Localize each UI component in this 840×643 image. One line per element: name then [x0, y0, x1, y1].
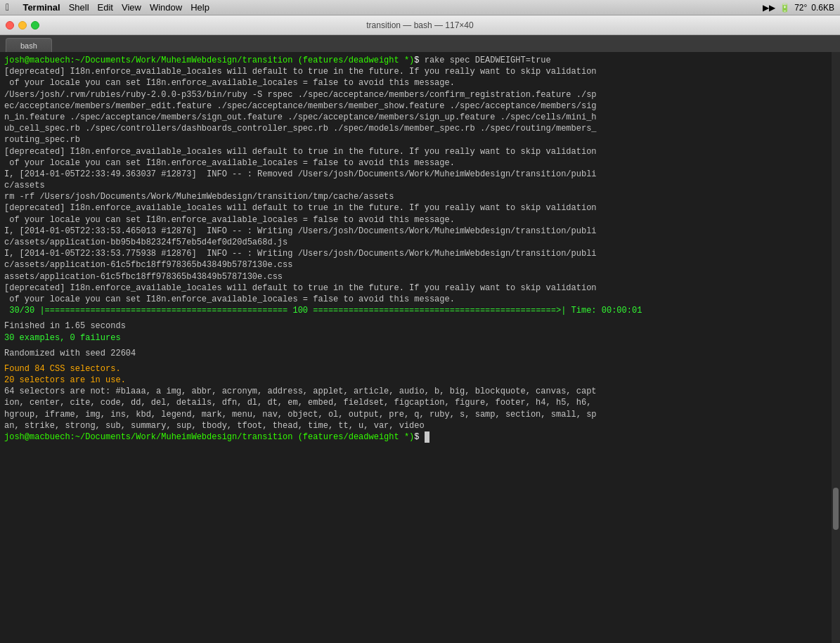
terminal-content[interactable]: josh@macbuech:~/Documents/Work/MuheimWeb…: [0, 52, 832, 643]
terminal-line: /Users/josh/.rvm/rubies/ruby-2.0.0-p353/…: [4, 89, 827, 146]
terminal-line: 20 selectors are in use.: [4, 375, 827, 386]
terminal-line: [deprecated] I18n.enforce_available_loca…: [4, 146, 827, 157]
terminal-line: of your locale you can set I18n.enforce_…: [4, 294, 827, 305]
tab-bar: bash: [0, 35, 840, 52]
terminal-line: 30 examples, 0 failures: [4, 332, 827, 344]
terminal-line: Randomized with seed 22604: [4, 348, 827, 359]
window-title: transition — bash — 117×40: [366, 20, 473, 30]
title-bar: transition — bash — 117×40: [0, 15, 840, 35]
tab-label: bash: [20, 41, 37, 50]
menu-view[interactable]: View: [122, 2, 141, 13]
terminal-line: Finished in 1.65 seconds: [4, 320, 827, 332]
terminal-line: of your locale you can set I18n.enforce_…: [4, 214, 827, 226]
scrollbar-track[interactable]: [832, 52, 840, 643]
terminal-scroll-area: josh@macbuech:~/Documents/Work/MuheimWeb…: [0, 52, 840, 643]
terminal-line: rm -rf /Users/josh/Documents/Work/Muheim…: [4, 191, 827, 202]
terminal-line: I, [2014-01-05T22:33:49.363037 #12873] I…: [4, 169, 827, 191]
terminal-line: of your locale you can set I18n.enforce_…: [4, 157, 827, 169]
terminal-line: I, [2014-01-05T22:33:53.775938 #12876] I…: [4, 248, 827, 282]
menu-terminal[interactable]: Terminal: [22, 2, 60, 13]
minimize-button[interactable]: [18, 21, 27, 30]
terminal-line: 30/30 |=================================…: [4, 305, 827, 316]
terminal-line: I, [2014-01-05T22:33:53.465013 #12876] I…: [4, 226, 827, 248]
terminal-line: of your locale you can set I18n.enforce_…: [4, 77, 827, 89]
menubar:  Terminal Shell Edit View Window Help ▶…: [0, 0, 840, 15]
menubar-right: ▶▶ 🔋 72° 0.6KB: [763, 3, 834, 13]
terminal-line: [deprecated] I18n.enforce_available_loca…: [4, 66, 827, 77]
apple-menu[interactable]: : [6, 2, 11, 13]
terminal-line: josh@macbuech:~/Documents/Work/MuheimWeb…: [4, 55, 827, 66]
maximize-button[interactable]: [31, 21, 39, 30]
scrollbar-thumb[interactable]: [833, 488, 839, 530]
terminal-line: josh@macbuech:~/Documents/Work/MuheimWeb…: [4, 431, 827, 443]
terminal-line: Found 84 CSS selectors.: [4, 363, 827, 375]
terminal-window: transition — bash — 117×40 bash josh@mac…: [0, 15, 840, 643]
menu-edit[interactable]: Edit: [98, 2, 113, 13]
menu-shell[interactable]: Shell: [69, 2, 89, 13]
terminal-line: [deprecated] I18n.enforce_available_loca…: [4, 282, 827, 294]
traffic-lights: [6, 21, 39, 30]
temperature: 72°: [794, 3, 807, 13]
battery-icon: 🔋: [780, 3, 790, 13]
terminal-line: [deprecated] I18n.enforce_available_loca…: [4, 202, 827, 214]
terminal-line: 64 selectors are not: #blaaa, a img, abb…: [4, 386, 827, 431]
terminal-tab[interactable]: bash: [6, 38, 52, 52]
menu-window[interactable]: Window: [150, 2, 182, 13]
menu-help[interactable]: Help: [190, 2, 209, 13]
network-speed: 0.6KB: [811, 3, 834, 13]
close-button[interactable]: [6, 21, 14, 30]
wifi-icon: ▶▶: [763, 3, 775, 13]
